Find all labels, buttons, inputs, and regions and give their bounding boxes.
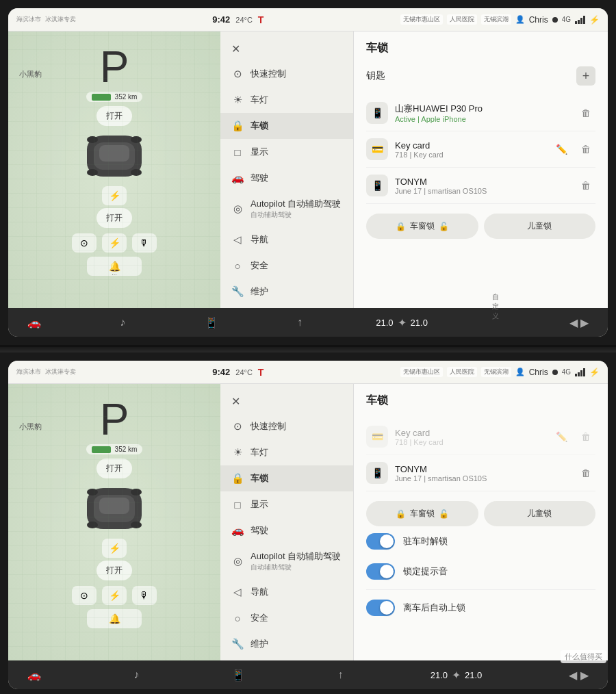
- fan-icon: ✦: [398, 316, 407, 329]
- quick-control-label: 快速控制: [251, 68, 286, 80]
- key3-status: June 17 | smartisan OS10S: [395, 187, 569, 195]
- menu-item-quick[interactable]: ⊙ 快速控制: [220, 61, 353, 87]
- status-center: 9:42 24°C T: [212, 14, 264, 25]
- car-panel-1: 小黑豹 P 352 km 打开: [8, 31, 220, 308]
- lock-buttons-row-2: 🔒 车窗锁 🔓 儿童锁: [366, 501, 595, 526]
- menu-item-nav-2[interactable]: ◁ 导航: [220, 579, 353, 605]
- key1-delete-btn[interactable]: 🗑: [576, 103, 595, 123]
- service-icon: 🔧: [231, 285, 244, 298]
- settings-panel-2: 车锁 💳 Key card 718 | Key card ✏️ 🗑 📱: [354, 384, 608, 660]
- customize-label: 自定义: [492, 292, 499, 321]
- menu-item-drive-2[interactable]: 🚗 驾驶: [220, 517, 353, 543]
- status-left-2: 海滨冰市 冰淇淋专卖: [16, 368, 76, 376]
- car-window-label-2: 车窗锁: [410, 508, 435, 519]
- nav-location-3: 海滨冰市: [16, 368, 41, 376]
- car-window-lock-btn-2[interactable]: 🔒 车窗锁 🔓: [366, 501, 478, 526]
- nav-label: 导航: [251, 233, 268, 246]
- toggle-3[interactable]: [366, 600, 395, 616]
- child-lock-btn-2[interactable]: 儿童锁: [484, 501, 596, 526]
- key3-info: TONYM June 17 | smartisan OS10S: [395, 177, 569, 195]
- watermark: 什么值得买: [561, 650, 606, 663]
- menu-item-display[interactable]: □ 显示: [220, 139, 353, 165]
- taskbar-arrow-2[interactable]: ↑: [333, 666, 349, 684]
- status-right: 无锡市惠山区 人民医院 无锡滨湖 👤 Chris 4G ⚡: [400, 14, 600, 25]
- key3b-delete[interactable]: 🗑: [576, 463, 595, 483]
- taskbar-phone-2[interactable]: 📱: [226, 666, 251, 684]
- key2-edit-btn[interactable]: ✏️: [552, 140, 571, 159]
- taskbar-phone[interactable]: 📱: [199, 313, 224, 332]
- key1-actions: 🗑: [576, 103, 595, 123]
- temp-left-value: 21.0: [376, 318, 393, 328]
- menu-item-safety[interactable]: ○ 安全: [220, 253, 353, 279]
- location-chip-1: 无锡市惠山区: [400, 14, 443, 25]
- key-faded-edit[interactable]: ✏️: [552, 427, 571, 446]
- car-window-icon: 🔒: [396, 222, 406, 231]
- menu-item-service-2[interactable]: 🔧 维护: [220, 631, 353, 657]
- menu-item-autopilot-2[interactable]: ◎ Autopilot 自动辅助驾驶 自动辅助驾驶: [220, 543, 353, 579]
- taskbar-car[interactable]: 🚗: [22, 313, 47, 332]
- key3-name: TONYM: [395, 177, 569, 187]
- key2-delete-btn[interactable]: 🗑: [576, 140, 595, 159]
- toggle-2[interactable]: [366, 563, 395, 580]
- menu-item-lock-2[interactable]: 🔒 车锁: [220, 465, 353, 491]
- car-window-lock-btn[interactable]: 🔒 车窗锁 🔓: [366, 214, 478, 239]
- lock-buttons-row: 🔒 车窗锁 🔓 儿童锁: [366, 214, 595, 239]
- menu-item-lock[interactable]: 🔒 车锁: [220, 113, 353, 139]
- menu-item-quick-2[interactable]: ⊙ 快速控制: [220, 413, 353, 439]
- car-panel-2: 小黑豹 P 352 km 打开: [8, 384, 220, 660]
- menu-item-drive[interactable]: 🚗 驾驶: [220, 165, 353, 191]
- status-bar-1: 海滨冰市 冰淇淋专卖 9:42 24°C T 无锡市惠山区 人民医院 无锡滨湖 …: [8, 8, 608, 31]
- nav-location-4: 冰淇淋专卖: [45, 368, 76, 376]
- status-right-2: 无锡市惠山区 人民医院 无锡滨湖 👤 Chris 4G ⚡: [400, 367, 600, 377]
- autopilot-label: Autopilot 自动辅助驾驶 自动辅助驾驶: [251, 198, 341, 220]
- close-btn-2[interactable]: ✕: [220, 389, 353, 413]
- key1-name: 山寨HUAWEI P30 Pro: [395, 103, 569, 115]
- menu-item-autopilot[interactable]: ◎ Autopilot 自动辅助驾驶 自动辅助驾驶: [220, 191, 353, 227]
- close-btn[interactable]: ✕: [220, 37, 353, 61]
- lock-icon: 🔒: [231, 120, 244, 132]
- menu-item-safety-2[interactable]: ○ 安全: [220, 605, 353, 631]
- key-item-faded: 💳 Key card 718 | Key card ✏️ 🗑: [366, 419, 595, 455]
- status-center-2: 9:42 24°C T: [212, 367, 264, 378]
- key2-status: 718 | Key card: [395, 151, 545, 159]
- key-faded-delete[interactable]: 🗑: [576, 427, 595, 446]
- taskbar-center-2: 21.0 ✦ 21.0: [431, 669, 483, 682]
- car-name: 小黑豹: [19, 69, 42, 79]
- quick-icon-2: ⊙: [231, 420, 244, 433]
- display-label: 显示: [251, 146, 268, 158]
- taskbar-volume[interactable]: ◀ ▶: [564, 313, 594, 332]
- menu-item-service[interactable]: 🔧 维护: [220, 279, 353, 305]
- taskbar-arrow[interactable]: ↑: [292, 313, 308, 331]
- safety-label-2: 安全: [251, 612, 268, 624]
- taskbar-1: 🚗 ♪ 📱 ↑ 21.0 ✦ 21.0 自定义 ◀ ▶: [8, 308, 608, 337]
- key2-name: Key card: [395, 140, 545, 151]
- toggle-row-1: 驻车时解锁: [366, 526, 595, 556]
- quick-label-2: 快速控制: [251, 420, 286, 433]
- menu-item-software-2[interactable]: ⬇ 软件: [220, 657, 353, 660]
- tesla-logo-2: T: [258, 367, 264, 378]
- child-lock-btn[interactable]: 儿童锁: [484, 214, 596, 239]
- safety-label: 安全: [251, 259, 268, 272]
- key3b-icon: 📱: [366, 462, 388, 484]
- taskbar-2: 🚗 ♪ 📱 ↑ 21.0 ✦ 21.0 ◀ ▶: [8, 660, 608, 689]
- taskbar-music-2[interactable]: ♪: [128, 666, 144, 684]
- autopilot-sub-2: 自动辅助驾驶: [251, 563, 341, 572]
- key3b-actions: 🗑: [576, 463, 595, 483]
- key3b-status: June 17 | smartisan OS10S: [395, 474, 569, 483]
- autopilot-sub: 自动辅助驾驶: [251, 210, 341, 220]
- settings-panel-1: 车锁 钥匙 + 📱 山寨HUAWEI P30 Pro Active | Appl…: [354, 31, 608, 308]
- taskbar-volume-2[interactable]: ◀ ▶: [563, 666, 593, 684]
- taskbar-music[interactable]: ♪: [114, 313, 131, 331]
- menu-item-nav[interactable]: ◁ 导航: [220, 227, 353, 253]
- key3-actions: 🗑: [576, 176, 595, 195]
- toggle-1[interactable]: [366, 533, 395, 550]
- add-key-btn[interactable]: +: [576, 66, 595, 86]
- taskbar-car-2[interactable]: 🚗: [22, 666, 47, 684]
- menu-item-display-2[interactable]: □ 显示: [220, 491, 353, 517]
- key3-delete-btn[interactable]: 🗑: [576, 176, 595, 195]
- menu-item-lights[interactable]: ☀ 车灯: [220, 87, 353, 113]
- menu-item-lights-2[interactable]: ☀ 车灯: [220, 439, 353, 465]
- panel-separator: [0, 347, 616, 352]
- display-label-2: 显示: [251, 498, 268, 511]
- menu-item-software[interactable]: ⬇ 软件: [220, 305, 353, 308]
